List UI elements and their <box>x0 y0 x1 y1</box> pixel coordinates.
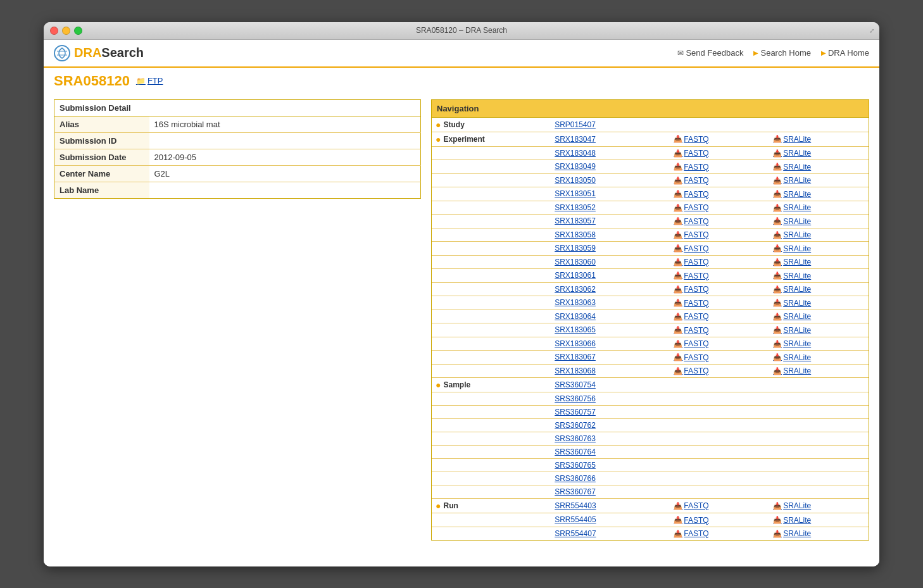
nav-id-link[interactable]: SRX183065 <box>555 325 596 334</box>
nav-id-link[interactable]: SRX183062 <box>555 285 596 294</box>
fastq-download-link[interactable]: 📥FASTQ <box>674 285 708 294</box>
nav-id-link[interactable]: SRX183060 <box>555 258 596 266</box>
nav-id-link[interactable]: SRX183058 <box>555 230 596 239</box>
nav-category-cell <box>432 269 551 283</box>
nav-id-link[interactable]: SRR554405 <box>555 515 596 524</box>
sralite-download-link[interactable]: 📥SRALite <box>773 176 811 185</box>
fastq-download-link[interactable]: 📥FASTQ <box>674 272 708 280</box>
fastq-download-link[interactable]: 📥FASTQ <box>674 353 708 362</box>
download-icon-fastq: 📥 <box>674 244 682 253</box>
fastq-download-link[interactable]: 📥FASTQ <box>674 135 708 144</box>
nav-id-link[interactable]: SRS360767 <box>555 487 596 496</box>
sralite-download-link[interactable]: 📥SRALite <box>773 135 811 144</box>
nav-id-link[interactable]: SRX183066 <box>555 339 596 348</box>
sralite-download-link[interactable]: 📥SRALite <box>773 366 811 375</box>
fastq-download-link[interactable]: 📥FASTQ <box>674 149 708 158</box>
minimize-button[interactable] <box>62 27 70 35</box>
nav-id-cell: SRX183062 <box>551 282 670 296</box>
nav-id-cell: SRX183049 <box>551 160 670 174</box>
nav-id-link[interactable]: SRX183057 <box>555 216 596 225</box>
sralite-download-link[interactable]: 📥SRALite <box>773 285 811 294</box>
sralite-download-link[interactable]: 📥SRALite <box>773 163 811 172</box>
download-icon-sralite: 📥 <box>773 163 782 171</box>
nav-id-link[interactable]: SRR554403 <box>555 501 596 510</box>
sralite-download-link[interactable]: 📥SRALite <box>773 217 811 226</box>
nav-id-link[interactable]: SRX183067 <box>555 353 596 361</box>
nav-id-link[interactable]: SRX183049 <box>555 162 596 171</box>
fastq-download-link[interactable]: 📥FASTQ <box>674 217 708 226</box>
title-bar: SRA058120 – DRA Search ⤢ <box>44 22 879 40</box>
sralite-download-link[interactable]: 📥SRALite <box>773 230 811 239</box>
nav-id-link[interactable]: SRS360756 <box>555 394 596 403</box>
nav-id-link[interactable]: SRX183048 <box>555 149 596 158</box>
sralite-download-link[interactable]: 📥SRALite <box>773 326 811 335</box>
nav-id-link[interactable]: SRX183068 <box>555 366 596 375</box>
sralite-download-link[interactable]: 📥SRALite <box>773 529 811 538</box>
fastq-download-link[interactable]: 📥FASTQ <box>674 258 708 266</box>
close-button[interactable] <box>50 27 58 35</box>
fastq-download-link[interactable]: 📥FASTQ <box>674 326 708 335</box>
fastq-download-link[interactable]: 📥FASTQ <box>674 529 708 538</box>
sralite-download-link[interactable]: 📥SRALite <box>773 339 811 348</box>
nav-fastq-cell: 📥FASTQ <box>670 310 769 323</box>
nav-sralite-cell: 📥SRALite <box>769 499 869 513</box>
dra-home-link[interactable]: ▶ DRA Home <box>821 48 869 58</box>
sralite-download-link[interactable]: 📥SRALite <box>773 501 811 510</box>
sralite-download-link[interactable]: 📥SRALite <box>773 244 811 253</box>
sralite-download-link[interactable]: 📥SRALite <box>773 353 811 362</box>
nav-category-cell <box>432 242 551 256</box>
fastq-download-link[interactable]: 📥FASTQ <box>674 163 708 172</box>
nav-id-link[interactable]: SRX183063 <box>555 298 596 307</box>
nav-sralite-cell: 📥SRALite <box>769 323 869 337</box>
sralite-download-link[interactable]: 📥SRALite <box>773 272 811 280</box>
fastq-download-link[interactable]: 📥FASTQ <box>674 190 708 199</box>
nav-id-link[interactable]: SRX183047 <box>555 135 596 144</box>
nav-id-link[interactable]: SRS360762 <box>555 421 596 430</box>
search-home-link[interactable]: ▶ Search Home <box>753 48 810 58</box>
fastq-download-link[interactable]: 📥FASTQ <box>674 244 708 253</box>
nav-fastq-cell: 📥FASTQ <box>670 513 769 527</box>
nav-fastq-cell <box>670 472 769 485</box>
category-icon: ● <box>436 501 441 511</box>
nav-id-cell: SRR554407 <box>551 527 670 540</box>
nav-id-link[interactable]: SRS360765 <box>555 461 596 470</box>
nav-id-link[interactable]: SRP015407 <box>555 120 596 129</box>
nav-id-link[interactable]: SRS360766 <box>555 474 596 483</box>
fastq-download-link[interactable]: 📥FASTQ <box>674 312 708 321</box>
sralite-download-link[interactable]: 📥SRALite <box>773 516 811 525</box>
nav-row: SRX183058📥FASTQ📥SRALite <box>432 228 869 242</box>
nav-id-link[interactable]: SRS360764 <box>555 447 596 456</box>
sralite-download-link[interactable]: 📥SRALite <box>773 149 811 158</box>
sralite-download-link[interactable]: 📥SRALite <box>773 299 811 308</box>
nav-id-link[interactable]: SRX183064 <box>555 312 596 321</box>
sralite-download-link[interactable]: 📥SRALite <box>773 258 811 266</box>
fastq-download-link[interactable]: 📥FASTQ <box>674 203 708 212</box>
nav-row: ●StudySRP015407 <box>432 118 869 132</box>
fastq-download-link[interactable]: 📥FASTQ <box>674 366 708 375</box>
sralite-download-link[interactable]: 📥SRALite <box>773 312 811 321</box>
ftp-label: FTP <box>148 76 163 85</box>
nav-id-link[interactable]: SRX183059 <box>555 244 596 253</box>
fastq-download-link[interactable]: 📥FASTQ <box>674 339 708 348</box>
nav-id-link[interactable]: SRS360754 <box>555 380 596 389</box>
ftp-link[interactable]: 📁 FTP <box>136 76 163 85</box>
sralite-download-link[interactable]: 📥SRALite <box>773 203 811 212</box>
envelope-icon: ✉ <box>677 49 684 58</box>
nav-id-link[interactable]: SRS360757 <box>555 408 596 416</box>
download-icon-sralite: 📥 <box>773 326 782 334</box>
nav-id-link[interactable]: SRS360763 <box>555 434 596 443</box>
nav-id-link[interactable]: SRX183061 <box>555 271 596 280</box>
fastq-download-link[interactable]: 📥FASTQ <box>674 176 708 185</box>
send-feedback-link[interactable]: ✉ Send Feedback <box>677 48 743 58</box>
sralite-download-link[interactable]: 📥SRALite <box>773 190 811 199</box>
fastq-download-link[interactable]: 📥FASTQ <box>674 501 708 510</box>
download-icon-sralite: 📥 <box>773 149 782 158</box>
nav-id-link[interactable]: SRR554407 <box>555 529 596 538</box>
fastq-download-link[interactable]: 📥FASTQ <box>674 230 708 239</box>
nav-id-link[interactable]: SRX183051 <box>555 189 596 198</box>
fastq-download-link[interactable]: 📥FASTQ <box>674 299 708 308</box>
fastq-download-link[interactable]: 📥FASTQ <box>674 516 708 525</box>
nav-id-link[interactable]: SRX183050 <box>555 176 596 185</box>
nav-id-link[interactable]: SRX183052 <box>555 203 596 212</box>
maximize-button[interactable] <box>74 27 82 35</box>
